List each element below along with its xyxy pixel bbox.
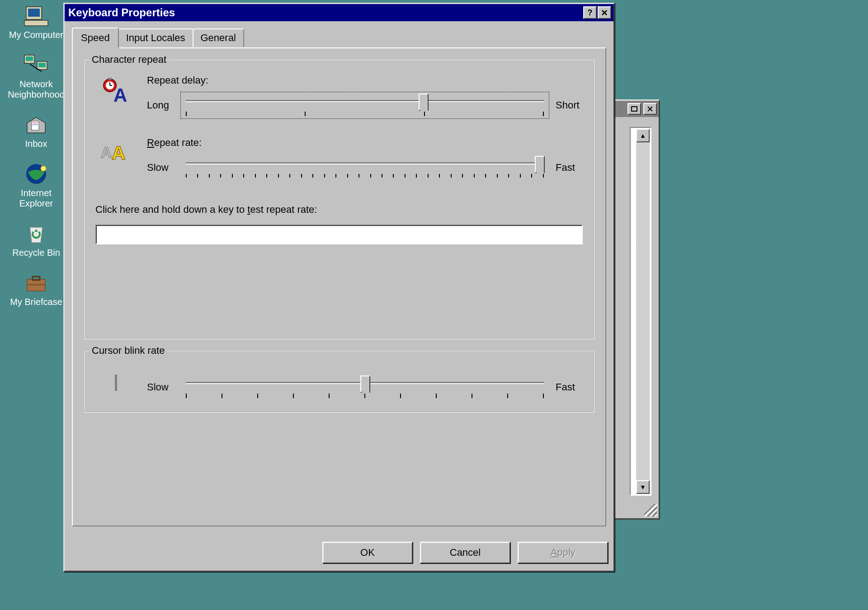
- svg-rect-16: [632, 107, 637, 111]
- tab-label: Input Locales: [126, 32, 185, 43]
- desktop-icon-label: Recycle Bin: [12, 248, 60, 258]
- dialog-body: Speed Input Locales General Character re…: [65, 21, 613, 534]
- desktop-icons: My Computer Network Neighborhood Inbox I…: [5, 0, 68, 321]
- ok-button[interactable]: OK: [322, 542, 413, 563]
- svg-text:A: A: [101, 144, 112, 161]
- tab-panel-speed: Character repeat A Repeat dela: [72, 47, 606, 526]
- globe-icon: [23, 163, 50, 185]
- repeat-delay-row: A Repeat delay: Long Short: [95, 75, 583, 119]
- repeat-delay-right: Short: [556, 99, 583, 111]
- scroll-track[interactable]: [636, 142, 650, 480]
- repeat-rate-right: Fast: [556, 162, 583, 174]
- tab-input-locales[interactable]: Input Locales: [118, 28, 193, 47]
- tab-label: Speed: [81, 32, 110, 43]
- repeat-rate-slider[interactable]: [180, 154, 549, 181]
- tab-general[interactable]: General: [193, 28, 244, 47]
- recycle-icon: [23, 222, 50, 245]
- repeat-rate-left: Slow: [147, 162, 174, 174]
- inbox-icon: [23, 113, 50, 136]
- dialog-titlebar[interactable]: Keyboard Properties ?: [65, 4, 613, 21]
- repeat-delay-left: Long: [147, 99, 174, 111]
- button-label: OK: [360, 547, 375, 558]
- repeat-delay-slider[interactable]: [180, 92, 549, 119]
- repeat-delay-label: Repeat delay:: [147, 75, 583, 86]
- desktop-icon-label: Network Neighborhood: [5, 79, 68, 100]
- desktop-icon-inbox[interactable]: Inbox: [5, 113, 68, 149]
- tab-speed[interactable]: Speed: [72, 28, 119, 48]
- desktop-icon-briefcase[interactable]: My Briefcase: [5, 272, 68, 307]
- resize-grip-icon[interactable]: [644, 504, 657, 516]
- svg-rect-4: [26, 56, 33, 61]
- svg-rect-6: [38, 63, 46, 67]
- slider-thumb[interactable]: [535, 156, 545, 173]
- repeat-rate-icon: A A: [95, 137, 136, 162]
- scroll-down-icon[interactable]: ▼: [636, 480, 650, 494]
- repeat-rate-row: A A Repeat rate: Slow: [95, 137, 583, 181]
- desktop-icon-ie[interactable]: Internet Explorer: [5, 163, 68, 209]
- scroll-up-icon[interactable]: ▲: [636, 129, 650, 142]
- background-close-icon[interactable]: [643, 103, 657, 115]
- desktop-icon-recycle[interactable]: Recycle Bin: [5, 222, 68, 258]
- keyboard-properties-dialog: Keyboard Properties ? Speed Input Locale…: [63, 3, 615, 572]
- character-repeat-group: Character repeat A Repeat dela: [84, 59, 594, 339]
- cursor-blink-slider[interactable]: [180, 374, 549, 401]
- svg-rect-15: [27, 284, 45, 286]
- briefcase-icon: [23, 272, 50, 294]
- help-button[interactable]: ?: [583, 6, 597, 19]
- svg-rect-8: [32, 121, 39, 130]
- svg-rect-25: [108, 78, 112, 80]
- network-icon: [23, 54, 50, 76]
- slider-thumb[interactable]: [419, 94, 429, 111]
- svg-text:A: A: [112, 142, 125, 162]
- svg-rect-14: [33, 277, 40, 280]
- background-scrollbar[interactable]: ▲ ▼: [636, 129, 650, 494]
- dialog-button-row: OK Cancel Apply: [65, 534, 613, 571]
- svg-rect-2: [24, 20, 48, 26]
- test-area: Click here and hold down a key to test r…: [95, 204, 583, 244]
- cancel-button[interactable]: Cancel: [420, 542, 510, 563]
- cursor-icon: [115, 375, 117, 391]
- repeat-rate-label: Repeat rate:: [147, 137, 583, 149]
- desktop-icon-label: My Computer: [9, 30, 63, 40]
- background-maximize-icon[interactable]: [627, 103, 641, 115]
- test-repeat-input[interactable]: [95, 225, 583, 244]
- close-icon: [601, 9, 608, 16]
- group-legend: Cursor blink rate: [89, 345, 167, 357]
- dialog-title: Keyboard Properties: [68, 6, 582, 19]
- group-legend: Character repeat: [89, 54, 169, 66]
- tab-label: General: [201, 32, 236, 43]
- cursor-blink-group: Cursor blink rate Slow: [84, 350, 594, 413]
- apply-button[interactable]: Apply: [518, 542, 608, 563]
- test-label: Click here and hold down a key to test r…: [95, 204, 583, 216]
- cursor-blink-demo: [95, 366, 136, 391]
- button-label: Cancel: [450, 547, 481, 558]
- button-label: Apply: [550, 547, 575, 558]
- close-button[interactable]: [598, 6, 611, 19]
- desktop-icon-my-computer[interactable]: My Computer: [5, 5, 68, 40]
- svg-rect-1: [28, 9, 40, 17]
- desktop-icon-label: My Briefcase: [10, 297, 62, 307]
- desktop-icon-label: Internet Explorer: [5, 188, 68, 209]
- cursor-blink-right: Fast: [556, 381, 583, 393]
- computer-icon: [23, 5, 50, 27]
- desktop-icon-network[interactable]: Network Neighborhood: [5, 54, 68, 100]
- svg-point-12: [41, 166, 46, 171]
- tab-strip: Speed Input Locales General: [72, 28, 606, 47]
- repeat-delay-icon: A: [95, 75, 136, 104]
- slider-thumb[interactable]: [360, 375, 370, 393]
- cursor-blink-left: Slow: [147, 381, 174, 393]
- background-window-listbox: ▲ ▼: [630, 127, 651, 496]
- svg-text:A: A: [113, 84, 127, 104]
- desktop-icon-label: Inbox: [25, 139, 47, 149]
